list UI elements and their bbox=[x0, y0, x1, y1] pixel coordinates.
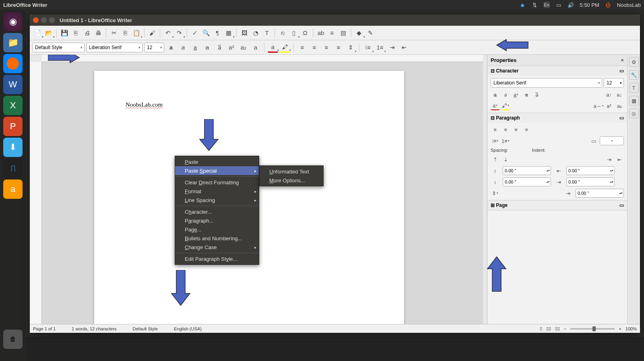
field-button[interactable]: ▯ bbox=[289, 28, 299, 38]
ctx-unformatted-text[interactable]: Unformatted Text bbox=[260, 167, 323, 176]
bullet-list-button[interactable]: ⁝≡ bbox=[363, 42, 373, 53]
font-color-button[interactable]: a bbox=[268, 42, 278, 53]
sidebar-bgcolor-button[interactable]: ▭ bbox=[589, 136, 598, 145]
copy-button[interactable]: ⎘ bbox=[120, 28, 130, 38]
character-section-header[interactable]: ⊟ Character ▭ bbox=[487, 66, 627, 76]
cut-button[interactable]: ✂ bbox=[109, 28, 119, 38]
zoom-out-icon[interactable]: − bbox=[564, 326, 566, 331]
ctx-format[interactable]: Format bbox=[175, 187, 259, 196]
open-button[interactable]: 📂 bbox=[43, 28, 54, 38]
strikethrough-button[interactable]: a bbox=[202, 42, 213, 53]
clear-formatting-button[interactable]: a bbox=[250, 42, 261, 53]
draw-functions-button[interactable]: ✎ bbox=[365, 28, 376, 38]
bookmark-button[interactable]: ▤ bbox=[338, 28, 349, 38]
download-icon[interactable]: ⬇ bbox=[3, 138, 23, 157]
sidebar-bullet-button[interactable]: ⁝≡ bbox=[491, 136, 500, 145]
italic-button[interactable]: a bbox=[178, 42, 188, 53]
sidebar-char-spacing-button[interactable]: a↔ bbox=[594, 101, 603, 110]
sidebar-overline-button[interactable]: a̅ bbox=[533, 90, 541, 99]
spacing-below-spin[interactable]: 0.00 " bbox=[503, 177, 551, 186]
page-section-header[interactable]: ⊞ Page ▭ bbox=[487, 200, 627, 210]
align-right-button[interactable]: ≡ bbox=[321, 42, 332, 53]
vertical-ruler[interactable] bbox=[30, 62, 42, 324]
clone-formatting-button[interactable]: 🖌 bbox=[147, 28, 157, 38]
zoom-value[interactable]: 100% bbox=[625, 326, 637, 331]
trash-icon[interactable]: 🗑 bbox=[3, 330, 23, 349]
sidebar-align-center-button[interactable]: ≡ bbox=[501, 125, 510, 134]
sidebar-bgcolor-picker[interactable] bbox=[600, 136, 624, 145]
underline-button[interactable]: a bbox=[190, 42, 200, 53]
battery-icon[interactable]: ▭ bbox=[555, 2, 562, 8]
align-justify-button[interactable]: ≡ bbox=[333, 42, 344, 53]
sidebar-size-combo[interactable]: 12 bbox=[604, 78, 624, 88]
increase-spacing-icon[interactable]: ⇡ bbox=[491, 155, 500, 164]
more-options-icon[interactable]: ▭ bbox=[619, 202, 624, 208]
ctx-paste-special[interactable]: Paste Special bbox=[175, 166, 259, 175]
sidebar-italic-button[interactable]: a bbox=[501, 90, 510, 99]
keyboard-lang-indicator[interactable]: En bbox=[543, 2, 550, 8]
sidebar-subscript-button[interactable]: a₂ bbox=[615, 101, 624, 110]
number-list-button[interactable]: 1≡ bbox=[375, 42, 385, 53]
clock[interactable]: 5:50 PM bbox=[580, 2, 599, 8]
shapes-button[interactable]: ◆ bbox=[354, 28, 364, 38]
increase-indent-icon[interactable]: ⇥ bbox=[605, 155, 613, 164]
ctx-paragraph[interactable]: Paragraph... bbox=[175, 216, 259, 225]
dash-icon[interactable]: ◉ bbox=[3, 12, 23, 31]
sidebar-navigator-tab[interactable]: ◎ bbox=[629, 109, 639, 118]
status-lang[interactable]: English (USA) bbox=[174, 326, 202, 331]
window-minimize-button[interactable] bbox=[41, 17, 47, 23]
save-button[interactable]: 💾 bbox=[59, 28, 70, 38]
ctx-bullets-numbering[interactable]: Bullets and Numbering... bbox=[175, 234, 259, 243]
sidebar-font-combo[interactable]: Liberation Serif bbox=[491, 78, 602, 88]
sidebar-settings-tab[interactable]: ⚙ bbox=[629, 57, 639, 67]
network-icon[interactable]: ⇅ bbox=[531, 2, 538, 8]
spellcheck-button[interactable]: ✓ bbox=[190, 28, 200, 38]
superscript-button[interactable]: a² bbox=[226, 42, 237, 53]
user-session[interactable]: NoobsLab bbox=[617, 2, 641, 8]
window-maximize-button[interactable] bbox=[49, 17, 55, 23]
sidebar-superscript-button[interactable]: a² bbox=[605, 101, 613, 110]
status-style[interactable]: Default Style bbox=[133, 326, 158, 331]
export-pdf-button[interactable]: ⎘ bbox=[70, 28, 81, 38]
document-text[interactable]: NoobsLab.com bbox=[126, 101, 163, 108]
find-button[interactable]: 🔍 bbox=[201, 28, 211, 38]
sidebar-align-right-button[interactable]: ≡ bbox=[512, 125, 520, 134]
sound-icon[interactable]: 🔊 bbox=[568, 2, 574, 8]
redo-button[interactable]: ↷ bbox=[174, 28, 184, 38]
view-book-icon[interactable]: ▯▯ bbox=[555, 326, 560, 331]
font-name-combo[interactable]: Liberation Serif bbox=[86, 43, 142, 52]
messaging-icon[interactable]: ◆ bbox=[519, 2, 526, 8]
align-center-button[interactable]: ≡ bbox=[309, 42, 320, 53]
textbox-button[interactable]: T bbox=[262, 28, 272, 38]
decrease-indent-button[interactable]: ⇤ bbox=[399, 42, 409, 53]
close-panel-icon[interactable]: × bbox=[621, 57, 624, 63]
paragraph-section-header[interactable]: ⊟ Paragraph ▭ bbox=[487, 113, 627, 123]
power-icon[interactable]: ⏻ bbox=[605, 2, 611, 8]
zoom-in-icon[interactable]: + bbox=[619, 326, 621, 331]
sidebar-decrease-font-button[interactable]: a↓ bbox=[615, 90, 624, 99]
sidebar-align-left-button[interactable]: ≡ bbox=[491, 125, 500, 134]
amazon-icon[interactable]: a bbox=[3, 179, 23, 199]
print-preview-button[interactable]: 🖶 bbox=[93, 28, 103, 38]
image-button[interactable]: 🖼 bbox=[239, 28, 250, 38]
ctx-paste[interactable]: Paste bbox=[175, 157, 259, 166]
subscript-button[interactable]: a₂ bbox=[238, 42, 249, 53]
more-options-icon[interactable]: ▭ bbox=[619, 68, 624, 74]
zoom-slider[interactable] bbox=[570, 328, 615, 330]
ctx-page[interactable]: Page... bbox=[175, 225, 259, 234]
window-titlebar[interactable]: Untitled 1 - LibreOffice Writer bbox=[30, 14, 640, 26]
font-size-combo[interactable]: 12 bbox=[144, 43, 164, 52]
footnote-button[interactable]: ≡ bbox=[327, 28, 337, 38]
paste-button[interactable]: 📋 bbox=[131, 28, 142, 38]
formatting-marks-button[interactable]: ¶ bbox=[212, 28, 223, 38]
line-spacing-button[interactable]: ⇕ bbox=[345, 42, 356, 53]
spacing-above-spin[interactable]: 0.00 " bbox=[503, 166, 551, 175]
paragraph-style-combo[interactable]: Default Style bbox=[32, 43, 85, 52]
excel-icon[interactable]: X bbox=[3, 96, 23, 115]
sidebar-increase-font-button[interactable]: a↑ bbox=[605, 90, 613, 99]
window-close-button[interactable] bbox=[33, 17, 39, 23]
ctx-character[interactable]: Character... bbox=[175, 207, 259, 216]
more-options-icon[interactable]: ▭ bbox=[619, 115, 624, 121]
bold-button[interactable]: a bbox=[166, 42, 176, 53]
sidebar-styles-tab[interactable]: T bbox=[629, 83, 639, 93]
